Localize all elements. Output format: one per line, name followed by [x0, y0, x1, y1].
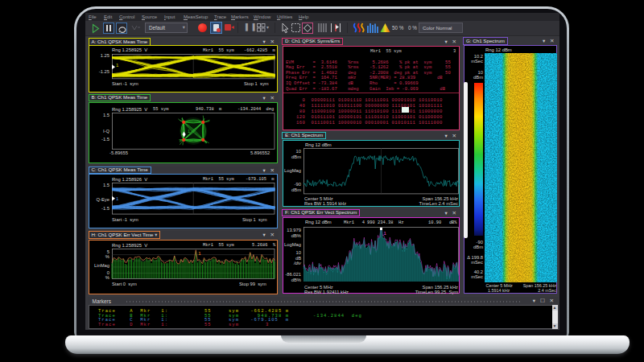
- svg-text:1: 1: [383, 231, 386, 236]
- svg-text:1: 1: [198, 251, 201, 256]
- svg-text:1: 1: [116, 63, 119, 68]
- svg-text:1: 1: [188, 128, 190, 133]
- svg-text:1: 1: [116, 195, 119, 200]
